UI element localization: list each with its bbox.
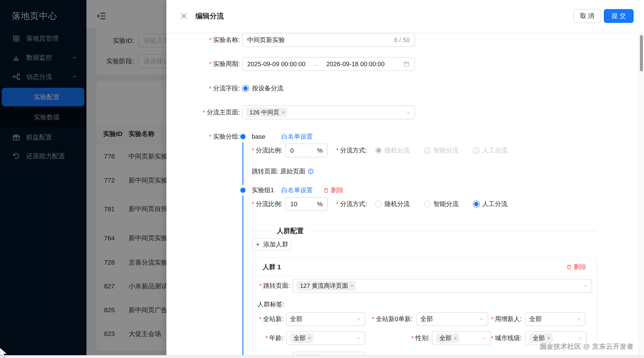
mouse-cursor: [0, 348, 8, 358]
cancel-button[interactable]: 取 消: [573, 9, 601, 23]
chevron-down-icon: [578, 335, 583, 341]
age-select[interactable]: 全部: [286, 331, 365, 345]
percent-suffix: %: [317, 201, 323, 208]
radio-label: 智能分流: [434, 200, 458, 208]
zero-order-select[interactable]: 全部: [416, 312, 488, 326]
add-crowd-button[interactable]: 添加人群: [252, 238, 291, 251]
base-ratio-row: 分流比例: 0 % 分流方式: 随机分流 智能分流 人工分流: [252, 144, 631, 157]
radio-label: 人工分流: [482, 146, 508, 155]
selected-tag: 126 中间页: [246, 108, 287, 117]
group1-header: 实验组1 白名单设置 删除: [252, 183, 631, 197]
calendar-icon: [403, 61, 410, 67]
selected-tag: 全部: [529, 333, 552, 343]
method-label: 分流方式:: [336, 200, 367, 208]
manual-split-radio[interactable]: [473, 201, 480, 208]
drawer-title: 编辑分流: [195, 11, 224, 21]
filter-label-age: 年龄:: [253, 331, 284, 345]
whitelist-link[interactable]: 白名单设置: [281, 186, 313, 195]
submit-button[interactable]: 提 交: [604, 9, 634, 23]
base-ratio-input[interactable]: 0 %: [285, 144, 328, 157]
whitelist-link[interactable]: 白名单设置: [281, 132, 313, 141]
delete-group-button[interactable]: 删除: [323, 186, 344, 195]
group1-ratio-input[interactable]: 10 %: [285, 197, 328, 211]
drawer-header: 编辑分流 取 消 提 交: [166, 0, 644, 33]
ratio-value: 10: [290, 201, 297, 208]
tag-label: 全部: [439, 334, 452, 342]
split-field-label: 分流字段:: [166, 82, 240, 95]
smart-split-radio[interactable]: [424, 201, 431, 208]
date-range-picker[interactable]: 2025-09-09 00:00:00 → 2026-09-18 00:00:0…: [242, 57, 415, 71]
crowd-card-header: 人群 1 删除: [253, 258, 597, 277]
smart-split-radio[interactable]: [424, 147, 431, 154]
selected-tag: 全部: [290, 333, 313, 343]
filter-label-gender: 性别:: [395, 331, 430, 345]
tag-close-icon[interactable]: [307, 336, 312, 340]
group1-ratio-row: 分流比例: 10 % 分流方式: 随机分流 智能分流 人工分流: [252, 197, 631, 211]
base-group-header: base 白名单设置: [252, 130, 631, 144]
period-start: 2025-09-09 00:00:00: [247, 61, 305, 68]
group-name: base: [252, 133, 266, 140]
horizontal-scrollbar[interactable]: [0, 355, 644, 358]
random-split-radio[interactable]: [375, 147, 382, 154]
radio-label: 随机分流: [385, 200, 410, 208]
swap-right-icon: →: [313, 61, 319, 68]
timeline-dot: [240, 188, 246, 193]
percent-suffix: %: [317, 147, 323, 154]
device-split-label: 按设备分流: [252, 84, 283, 93]
drawer-scrollbar-track[interactable]: [638, 33, 644, 358]
tag-close-icon[interactable]: [350, 284, 354, 288]
tag-close-icon[interactable]: [281, 110, 286, 115]
random-split-radio[interactable]: [375, 201, 382, 208]
crowd-redirect-select[interactable]: 127 黄流商详页面: [292, 279, 592, 293]
timeline-line: [242, 142, 243, 185]
delete-label: 删除: [331, 186, 344, 195]
radio-label: 人工分流: [482, 200, 508, 208]
tag-label: 全部: [294, 334, 306, 342]
info-circle-icon[interactable]: [308, 168, 314, 175]
name-label: 实验名称:: [166, 33, 240, 47]
edit-split-drawer: 编辑分流 取 消 提 交 实验名称: 中间页新实验 6 / 50 实验周期: 2…: [166, 0, 644, 358]
delete-label: 删除: [574, 263, 586, 271]
main-page-select[interactable]: 126 中间页: [242, 106, 415, 119]
delete-crowd-button[interactable]: 删除: [566, 263, 586, 271]
form-row-main-page: 分流主页面: 126 中间页: [166, 106, 631, 119]
name-input[interactable]: 中间页新实验 6 / 50: [242, 33, 415, 47]
main-page-label: 分流主页面:: [166, 106, 240, 119]
chevron-down-icon: [406, 110, 411, 115]
char-counter: 6 / 50: [394, 37, 410, 44]
chevron-down-icon: [356, 335, 361, 341]
plus-icon: [255, 242, 261, 247]
tag-label: 全部: [533, 334, 545, 342]
crowd-redirect-label: 跳转页面:: [253, 279, 290, 293]
manual-split-radio[interactable]: [473, 147, 480, 154]
tag-close-icon[interactable]: [546, 336, 551, 340]
filter-label-new-user: 全站新:: [253, 312, 284, 326]
selected-tag: 全部: [436, 333, 459, 343]
filter-label-city-tier: 城市线级:: [473, 331, 522, 345]
tag-label: 126 中间页: [250, 108, 280, 117]
filter-label-zero-order: 全站新0单新:: [361, 312, 412, 326]
group-name: 实验组1: [252, 186, 274, 195]
period-end: 2026-09-18 00:00:00: [326, 61, 384, 68]
crowd-section-title: 人群配置: [277, 226, 304, 235]
watermark: 掘金技术社区 @ 京东云开发者: [540, 342, 634, 351]
close-icon[interactable]: [180, 12, 188, 20]
groups-label: 实验分组:: [166, 130, 240, 144]
form-row-name: 实验名称: 中间页新实验 6 / 50: [166, 33, 631, 47]
select-value: 全部: [290, 315, 302, 323]
ratio-label: 分流比例:: [252, 146, 282, 155]
drawer-scrollbar-thumb[interactable]: [640, 35, 643, 71]
radio-label: 智能分流: [434, 146, 458, 155]
device-split-radio[interactable]: [242, 85, 249, 92]
tag-close-icon[interactable]: [453, 336, 458, 340]
new-user-select[interactable]: 全部: [286, 312, 365, 326]
method-label: 分流方式:: [336, 146, 367, 155]
ratio-label: 分流比例:: [252, 200, 282, 208]
tag-label: 127 黄流商详页面: [300, 282, 348, 290]
ratio-value: 0: [290, 147, 294, 154]
crowd-section-divider: 人群配置: [252, 224, 597, 238]
growth-user-select[interactable]: 全部: [525, 312, 586, 326]
chevron-down-icon: [583, 283, 588, 288]
selected-tag: 127 黄流商详页面: [296, 281, 356, 290]
app-root: 落地页中心 落地页管理 数据监控 动态分流: [0, 0, 644, 358]
